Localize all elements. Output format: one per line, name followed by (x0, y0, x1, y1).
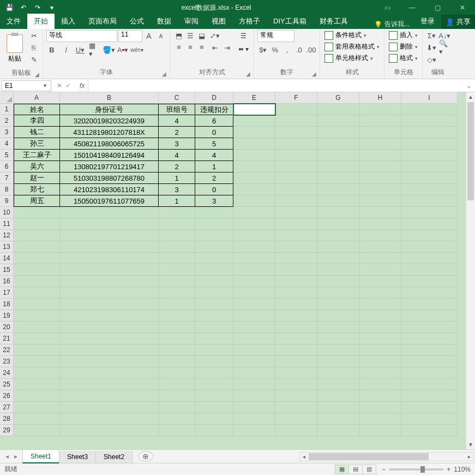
scroll-left-icon[interactable]: ◂ (300, 453, 308, 461)
cell-D17[interactable] (195, 287, 233, 299)
cell-F5[interactable] (275, 150, 317, 161)
cell-F17[interactable] (275, 287, 317, 299)
cell-E12[interactable] (233, 230, 275, 241)
tab-view[interactable]: 视图 (205, 14, 232, 29)
cell-H17[interactable] (359, 287, 401, 299)
cell-F9[interactable] (275, 195, 317, 207)
row-header-22[interactable]: 22 (0, 344, 14, 356)
cell-E4[interactable] (233, 138, 275, 150)
cell-G8[interactable] (317, 184, 359, 195)
cell-A20[interactable] (14, 322, 60, 333)
dialog-launcher-icon[interactable]: ◢ (312, 71, 316, 77)
row-header-24[interactable]: 24 (0, 367, 14, 379)
cell-H11[interactable] (359, 218, 401, 230)
cell-E18[interactable] (233, 299, 275, 310)
cell-E3[interactable] (233, 127, 275, 138)
cell-E10[interactable] (233, 207, 275, 218)
cell-E24[interactable] (233, 367, 275, 379)
cell-C8[interactable]: 3 (159, 184, 195, 195)
cell-E17[interactable] (233, 287, 275, 299)
ribbon-display-button[interactable]: ▭ (375, 0, 400, 15)
cell-A18[interactable] (14, 299, 60, 310)
cell-F4[interactable] (275, 138, 317, 150)
cell-F13[interactable] (275, 241, 317, 253)
cell-F27[interactable] (275, 402, 317, 413)
cell-E5[interactable] (233, 150, 275, 161)
row-header-1[interactable]: 1 (0, 104, 14, 115)
cell-G11[interactable] (317, 218, 359, 230)
cell-D26[interactable] (195, 390, 233, 402)
cell-A9[interactable]: 周五 (14, 195, 60, 207)
cell-D14[interactable] (195, 253, 233, 264)
cell-I23[interactable] (401, 356, 458, 367)
scroll-up-icon[interactable]: ▲ (466, 92, 475, 102)
orientation-button[interactable]: ⤢▾ (209, 30, 220, 41)
row-header-12[interactable]: 12 (0, 230, 14, 241)
cell-E14[interactable] (233, 253, 275, 264)
column-header-G[interactable]: G (317, 92, 359, 104)
cell-C14[interactable] (159, 253, 195, 264)
row-header-6[interactable]: 6 (0, 161, 14, 172)
cell-C26[interactable] (159, 390, 195, 402)
cell-D18[interactable] (195, 299, 233, 310)
cell-C23[interactable] (159, 356, 195, 367)
tab-review[interactable]: 审阅 (178, 14, 205, 29)
align-bottom-button[interactable]: ⬓ (196, 30, 207, 41)
cell-A12[interactable] (14, 230, 60, 241)
cell-C29[interactable] (159, 425, 195, 436)
cell-A7[interactable]: 赵一 (14, 172, 60, 184)
row-header-8[interactable]: 8 (0, 184, 14, 195)
cell-F3[interactable] (275, 127, 317, 138)
row-header-17[interactable]: 17 (0, 287, 14, 299)
cell-E15[interactable] (233, 264, 275, 276)
cell-B9[interactable]: 150500197611077659 (60, 195, 159, 207)
cell-G3[interactable] (317, 127, 359, 138)
cell-G17[interactable] (317, 287, 359, 299)
zoom-level[interactable]: 110% (454, 466, 471, 473)
cell-D29[interactable] (195, 425, 233, 436)
cell-A28[interactable] (14, 413, 60, 425)
new-sheet-button[interactable]: ⊕ (138, 451, 153, 462)
cell-H29[interactable] (359, 425, 401, 436)
cell-E2[interactable] (233, 115, 275, 127)
row-header-27[interactable]: 27 (0, 402, 14, 413)
cell-D1[interactable]: 违规扣分 (195, 104, 233, 115)
cell-B3[interactable]: 43112819801207818X (60, 127, 159, 138)
cell-A29[interactable] (14, 425, 60, 436)
cell-F14[interactable] (275, 253, 317, 264)
name-box[interactable]: E1▼ (1, 80, 51, 91)
scroll-right-icon[interactable]: ▸ (465, 453, 473, 461)
cell-I17[interactable] (401, 287, 458, 299)
cell-B13[interactable] (60, 241, 159, 253)
find-select-button[interactable]: 🔍▾ (439, 42, 450, 53)
cell-G19[interactable] (317, 310, 359, 322)
row-header-3[interactable]: 3 (0, 127, 14, 138)
cell-C16[interactable] (159, 276, 195, 287)
cell-G4[interactable] (317, 138, 359, 150)
column-header-F[interactable]: F (275, 92, 317, 104)
cancel-formula-button[interactable]: ✕ (57, 82, 62, 90)
close-button[interactable]: ✕ (450, 0, 475, 15)
cell-F10[interactable] (275, 207, 317, 218)
cell-A14[interactable] (14, 253, 60, 264)
increase-font-button[interactable]: A (143, 31, 154, 41)
scroll-down-icon[interactable]: ▼ (466, 440, 475, 449)
bold-button[interactable]: B (46, 44, 57, 55)
row-header-5[interactable]: 5 (0, 150, 14, 161)
row-header-23[interactable]: 23 (0, 356, 14, 367)
cell-C1[interactable]: 班组号 (159, 104, 195, 115)
decrease-indent-button[interactable]: ⇤ (209, 42, 220, 53)
cell-E1[interactable] (233, 104, 275, 115)
cell-A25[interactable] (14, 379, 60, 390)
expand-formula-bar-button[interactable]: ⌄ (463, 82, 475, 90)
cell-C28[interactable] (159, 413, 195, 425)
cell-D22[interactable] (195, 344, 233, 356)
undo-button[interactable]: ↶ (17, 2, 29, 14)
cell-I22[interactable] (401, 344, 458, 356)
cell-B28[interactable] (60, 413, 159, 425)
decrease-decimal-button[interactable]: .00 (305, 44, 316, 55)
cell-D24[interactable] (195, 367, 233, 379)
cell-H18[interactable] (359, 299, 401, 310)
wrap-text-button[interactable]: ☰ 自动换行 (237, 30, 250, 42)
cell-A2[interactable]: 李四 (14, 115, 60, 127)
